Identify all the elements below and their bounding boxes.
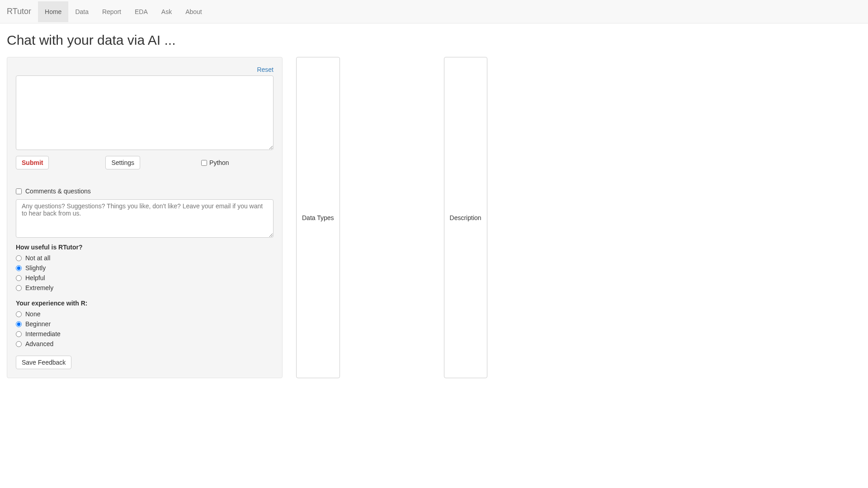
experience-radio-intermediate[interactable] xyxy=(16,331,22,337)
radio-label: Helpful xyxy=(25,274,45,282)
radio-item: Helpful xyxy=(16,273,274,283)
useful-radio-slightly[interactable] xyxy=(16,265,22,271)
experience-radio-advanced[interactable] xyxy=(16,341,22,347)
experience-radio-beginner[interactable] xyxy=(16,321,22,327)
radio-label: Beginner xyxy=(25,320,51,328)
comments-label: Comments & questions xyxy=(25,188,91,195)
sidebar-panel: Reset Submit Settings Python Comments & … xyxy=(7,57,283,378)
useful-radio-group: Not at all Slightly Helpful Extremely xyxy=(16,253,274,293)
main-container: Chat with your data via AI ... Reset Sub… xyxy=(0,23,868,387)
radio-item: Not at all xyxy=(16,253,274,263)
radio-label: Not at all xyxy=(25,254,50,262)
nav-tab-about[interactable]: About xyxy=(179,1,209,22)
content-row: Reset Submit Settings Python Comments & … xyxy=(7,57,861,378)
nav-tab-eda[interactable]: EDA xyxy=(128,1,155,22)
submit-button[interactable]: Submit xyxy=(16,156,49,169)
data-types-button[interactable]: Data Types xyxy=(296,57,340,378)
python-label: Python xyxy=(209,159,229,166)
radio-label: Advanced xyxy=(25,340,53,347)
nav-tabs: Home Data Report EDA Ask About xyxy=(38,1,209,22)
comments-checkbox[interactable] xyxy=(16,188,22,194)
controls-row: Submit Settings Python xyxy=(16,156,274,169)
radio-label: Extremely xyxy=(25,284,53,291)
radio-label: Intermediate xyxy=(25,330,61,338)
experience-label: Your experience with R: xyxy=(16,300,274,307)
comments-checkbox-wrapper: Comments & questions xyxy=(16,188,274,195)
radio-label: None xyxy=(25,310,40,318)
experience-radio-none[interactable] xyxy=(16,311,22,317)
feedback-input[interactable] xyxy=(16,199,274,238)
radio-item: Beginner xyxy=(16,319,274,329)
experience-radio-group: None Beginner Intermediate Advanced xyxy=(16,309,274,349)
radio-item: Extremely xyxy=(16,283,274,293)
useful-radio-helpful[interactable] xyxy=(16,275,22,281)
useful-radio-extremely[interactable] xyxy=(16,285,22,291)
nav-tab-data[interactable]: Data xyxy=(68,1,95,22)
useful-radio-not-at-all[interactable] xyxy=(16,255,22,261)
description-button[interactable]: Description xyxy=(444,57,487,378)
page-title: Chat with your data via AI ... xyxy=(7,33,861,48)
nav-tab-ask[interactable]: Ask xyxy=(155,1,179,22)
radio-item: Slightly xyxy=(16,263,274,273)
save-feedback-button[interactable]: Save Feedback xyxy=(16,356,71,369)
python-checkbox-wrapper: Python xyxy=(201,159,229,166)
nav-tab-home[interactable]: Home xyxy=(38,1,68,22)
python-checkbox[interactable] xyxy=(201,160,207,166)
settings-button[interactable]: Settings xyxy=(105,156,140,169)
navbar: RTutor Home Data Report EDA Ask About xyxy=(0,0,868,23)
radio-item: Intermediate xyxy=(16,329,274,339)
radio-item: None xyxy=(16,309,274,319)
radio-label: Slightly xyxy=(25,264,46,272)
nav-tab-report[interactable]: Report xyxy=(95,1,128,22)
navbar-brand: RTutor xyxy=(0,0,38,23)
useful-label: How useful is RTutor? xyxy=(16,244,274,251)
main-input[interactable] xyxy=(16,75,274,150)
right-column: Data Types Description xyxy=(296,57,487,378)
radio-item: Advanced xyxy=(16,339,274,349)
reset-link[interactable]: Reset xyxy=(16,66,274,73)
